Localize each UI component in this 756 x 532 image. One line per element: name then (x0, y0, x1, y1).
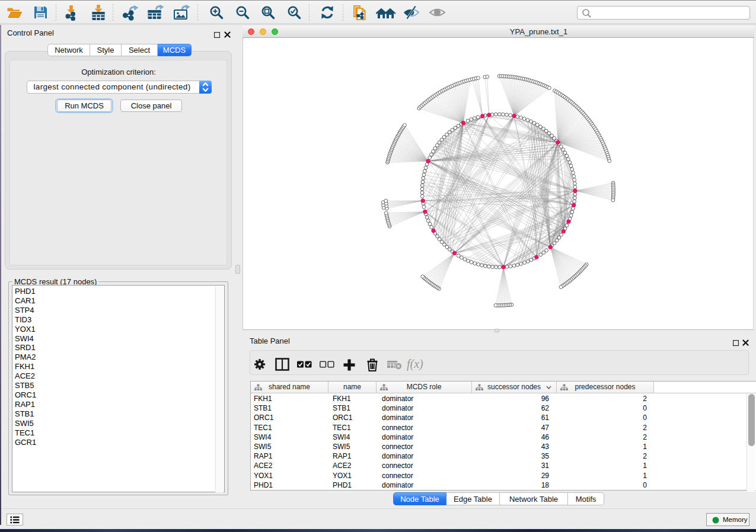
svg-text:f(x): f(x) (407, 357, 423, 371)
